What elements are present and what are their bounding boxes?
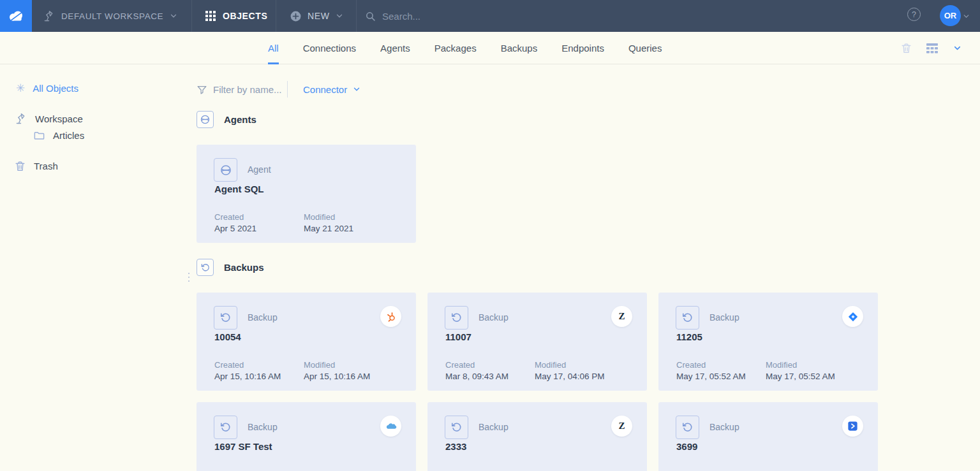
card-type-label: Backup	[248, 422, 278, 432]
tab-backups[interactable]: Backups	[501, 32, 538, 64]
created-label: Created	[214, 360, 304, 370]
backups-section-header: Backups	[197, 259, 264, 276]
new-button[interactable]: NEW	[290, 0, 344, 32]
filter-by-name-input[interactable]	[213, 84, 282, 95]
card-type-label: Backup	[248, 312, 278, 322]
app-logo[interactable]	[0, 0, 32, 32]
modified-value: May 17, 04:06 PM	[535, 372, 605, 381]
sidebar-item-label: Articles	[53, 130, 84, 141]
sidebar-item-all-objects[interactable]: ✳ All Objects	[16, 83, 78, 94]
avatar[interactable]: OR	[940, 5, 961, 26]
hubspot-logo-icon	[380, 306, 401, 327]
trash-icon	[14, 160, 26, 172]
view-chevron-down-icon[interactable]	[953, 43, 962, 53]
tab-connections[interactable]: Connections	[303, 32, 356, 64]
avatar-initials: OR	[944, 11, 957, 20]
tab-all[interactable]: All	[268, 32, 279, 64]
agent-card[interactable]: Agent Agent SQL Created Apr 5 2021 Modif…	[197, 145, 416, 243]
drag-handle[interactable]	[188, 273, 189, 282]
created-value: Mar 8, 09:43 AM	[445, 372, 535, 381]
sidebar-item-articles[interactable]: Articles	[33, 129, 84, 141]
folder-icon	[33, 129, 45, 141]
avatar-chevron-down-icon[interactable]	[962, 12, 970, 20]
card-title: 10054	[214, 331, 241, 342]
card-type-label: Backup	[709, 422, 739, 432]
jira-logo-icon	[842, 306, 863, 327]
zendesk-logo-icon: Z	[611, 416, 632, 437]
card-type-label: Backup	[709, 312, 739, 322]
new-chevron-down-icon	[335, 11, 344, 20]
asterisk-icon: ✳	[16, 83, 25, 94]
created-value: May 17, 05:52 AM	[676, 372, 766, 381]
object-type-tabbar: All Connections Agents Packages Backups …	[0, 32, 980, 64]
sidebar-item-label: All Objects	[33, 83, 78, 94]
salesforce-logo-icon	[380, 416, 401, 437]
card-dates: Created Apr 15, 10:16 AM Modified Apr 15…	[214, 360, 370, 381]
backup-card[interactable]: Backup 10054 Created Apr 15, 10:16 AM Mo…	[197, 293, 416, 391]
card-type-label: Backup	[479, 312, 509, 322]
filter-divider	[287, 81, 288, 98]
delete-trash-icon[interactable]	[900, 42, 912, 54]
sidebar-item-label: Trash	[34, 161, 58, 171]
tab-agents[interactable]: Agents	[380, 32, 410, 64]
search-input[interactable]	[382, 11, 523, 22]
connector-logo-icon	[842, 416, 863, 437]
card-dates: Created May 17, 05:52 AM Modified May 17…	[676, 360, 835, 381]
modified-value: May 17, 05:52 AM	[766, 372, 835, 381]
card-title: 3699	[676, 441, 697, 452]
created-value: Apr 5 2021	[214, 224, 304, 233]
backup-card[interactable]: Backup Z 2333	[427, 402, 647, 471]
agents-section-header: Agents	[197, 111, 256, 128]
sidebar-item-trash[interactable]: Trash	[14, 160, 58, 172]
topbar-divider	[276, 0, 276, 32]
filter-funnel-icon	[197, 84, 207, 95]
card-view-icon[interactable]	[926, 43, 939, 54]
connector-filter-dropdown[interactable]: Connector	[303, 84, 361, 95]
created-label: Created	[445, 360, 535, 370]
agent-icon	[214, 158, 237, 182]
sidebar-item-workspace[interactable]: Workspace	[14, 112, 83, 126]
top-navigation-bar: DEFAULT WORKSPACE OBJECTS NEW	[0, 0, 980, 32]
card-dates: Created Mar 8, 09:43 AM Modified May 17,…	[445, 360, 605, 381]
nav-objects[interactable]: OBJECTS	[205, 0, 267, 32]
workspace-lamp-icon	[14, 112, 27, 126]
card-dates: Created Apr 5 2021 Modified May 21 2021	[214, 212, 353, 233]
topbar-divider	[191, 0, 192, 32]
cloud-logo-icon	[6, 6, 26, 25]
tab-endpoints[interactable]: Endpoints	[561, 32, 604, 64]
sidebar-item-label: Workspace	[35, 113, 83, 124]
workspace-selector[interactable]: DEFAULT WORKSPACE	[42, 0, 178, 32]
backup-card[interactable]: Backup 11205 Created May 17, 05:52 AM Mo…	[658, 293, 878, 391]
workspace-name: DEFAULT WORKSPACE	[61, 11, 163, 21]
new-label: NEW	[308, 11, 329, 21]
help-icon[interactable]: ?	[907, 8, 921, 21]
tab-packages[interactable]: Packages	[434, 32, 477, 64]
topbar-divider	[356, 0, 357, 32]
tabs: All Connections Agents Packages Backups …	[268, 32, 662, 64]
card-title: 11007	[445, 331, 471, 342]
modified-label: Modified	[304, 212, 353, 222]
agent-icon	[197, 111, 214, 128]
tab-queries[interactable]: Queries	[628, 32, 662, 64]
card-title: Agent SQL	[214, 184, 264, 194]
backup-restore-icon	[445, 306, 468, 330]
card-title: 1697 SF Test	[214, 441, 272, 452]
objects-label: OBJECTS	[223, 11, 267, 21]
modified-value: Apr 15, 10:16 AM	[304, 372, 370, 381]
connector-filter-label: Connector	[303, 84, 347, 95]
backup-restore-icon	[197, 259, 214, 276]
card-title: 11205	[676, 331, 702, 342]
created-label: Created	[214, 212, 304, 222]
modified-label: Modified	[535, 360, 605, 370]
backup-restore-icon	[214, 416, 237, 439]
backup-card[interactable]: Backup Z 11007 Created Mar 8, 09:43 AM M…	[427, 293, 647, 391]
backup-card[interactable]: Backup 3699	[658, 402, 878, 471]
global-search	[365, 0, 523, 32]
plus-circle-icon	[290, 10, 302, 22]
zendesk-glyph: Z	[618, 421, 625, 431]
card-type-label: Agent	[248, 164, 271, 175]
filter-row: Connector	[197, 80, 361, 98]
modified-value: May 21 2021	[304, 224, 353, 233]
backup-restore-icon	[676, 416, 699, 439]
backup-card[interactable]: Backup 1697 SF Test	[197, 402, 416, 471]
